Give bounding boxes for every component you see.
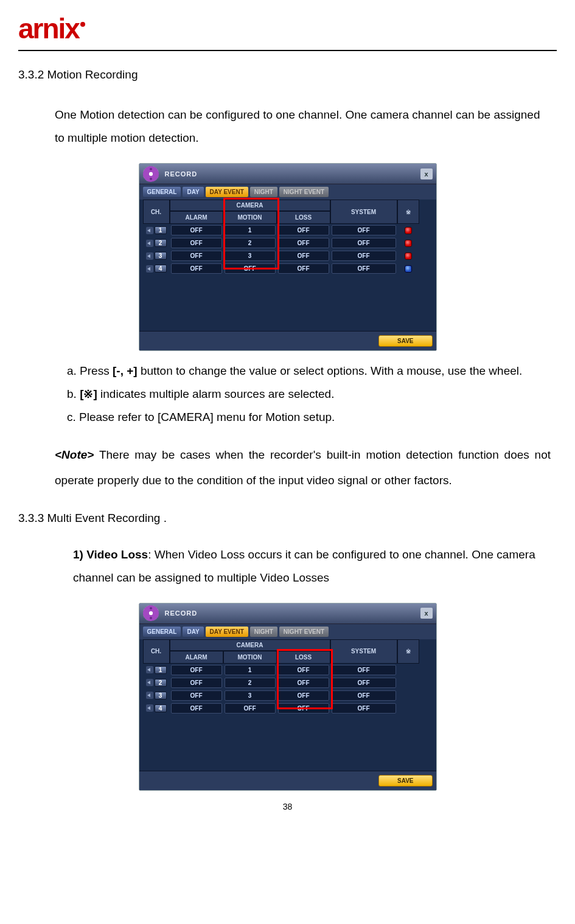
cell-motion[interactable]: 1 — [225, 665, 276, 675]
col-header-ch: CH. — [143, 639, 170, 664]
channel-number[interactable]: 2 — [155, 239, 167, 247]
cell-alarm[interactable]: OFF — [171, 251, 222, 261]
close-button[interactable]: x — [420, 608, 433, 619]
cell-motion[interactable]: OFF — [225, 703, 276, 714]
panel-title: RECORD — [165, 170, 198, 178]
cell-alarm[interactable]: OFF — [171, 678, 222, 688]
cell-system[interactable]: OFF — [332, 238, 396, 248]
cell-alarm[interactable]: OFF — [171, 238, 222, 248]
col-header-motion: MOTION — [223, 211, 277, 224]
logo-dot-icon — [80, 22, 85, 27]
cell-loss[interactable]: OFF — [278, 238, 329, 248]
cell-system[interactable]: OFF — [332, 690, 396, 701]
record-panel-motion: RECORD x GENERAL DAY DAY EVENT NIGHT NIG… — [139, 163, 437, 351]
header-rule — [18, 50, 557, 51]
cell-motion[interactable]: 2 — [225, 678, 276, 688]
col-header-loss: LOSS — [277, 651, 330, 664]
cell-loss[interactable]: OFF — [278, 665, 329, 675]
cell-loss[interactable]: OFF — [278, 251, 329, 261]
cell-system[interactable]: OFF — [332, 263, 396, 274]
intro-332: One Motion detection can be configured t… — [55, 103, 551, 150]
reel-icon — [143, 605, 159, 621]
reel-icon — [143, 166, 159, 182]
tab-night-event[interactable]: NIGHT EVENT — [279, 627, 329, 637]
sub-333-video-loss: 1) Video Loss: When Video Loss occurs it… — [73, 543, 551, 589]
channel-number[interactable]: 4 — [155, 265, 167, 273]
sound-icon[interactable] — [146, 252, 153, 260]
cell-motion[interactable]: 3 — [225, 251, 276, 261]
tab-day[interactable]: DAY — [183, 187, 203, 197]
cell-motion[interactable]: OFF — [225, 263, 276, 274]
status-dot-icon — [405, 227, 412, 234]
cell-system[interactable]: OFF — [332, 678, 396, 688]
cell-alarm[interactable]: OFF — [171, 263, 222, 274]
note-332: <Note> There may be cases when the recor… — [55, 442, 551, 493]
list-item-b: b. [※] indicates multiple alarm sources … — [67, 383, 551, 406]
list-item-c: c. Please refer to [CAMERA] menu for Mot… — [67, 406, 551, 429]
tab-general[interactable]: GENERAL — [143, 187, 181, 197]
tab-general[interactable]: GENERAL — [143, 627, 181, 637]
close-button[interactable]: x — [420, 168, 433, 179]
tab-night-event[interactable]: NIGHT EVENT — [279, 187, 329, 197]
status-dot-icon — [405, 265, 412, 273]
cell-loss[interactable]: OFF — [278, 678, 329, 688]
sound-icon[interactable] — [146, 227, 153, 234]
channel-number[interactable]: 3 — [155, 252, 167, 260]
cell-system[interactable]: OFF — [332, 251, 396, 261]
sound-icon[interactable] — [146, 240, 153, 247]
cell-motion[interactable]: 3 — [225, 690, 276, 701]
cell-system[interactable]: OFF — [332, 225, 396, 235]
cell-alarm[interactable]: OFF — [171, 690, 222, 701]
channel-number[interactable]: 1 — [155, 666, 167, 674]
col-header-mark: ※ — [397, 200, 419, 224]
col-header-mark: ※ — [397, 639, 419, 664]
cell-motion[interactable]: 2 — [225, 238, 276, 248]
logo: arnix — [18, 12, 79, 45]
panel-title: RECORD — [165, 610, 198, 617]
tab-night[interactable]: NIGHT — [250, 187, 277, 197]
status-dot-icon — [405, 240, 412, 247]
channel-number[interactable]: 1 — [155, 226, 167, 234]
section-332-heading: 3.3.2 Motion Recording — [18, 68, 557, 82]
tab-day-event[interactable]: DAY EVENT — [206, 187, 248, 197]
cell-loss[interactable]: OFF — [278, 263, 329, 274]
col-header-alarm: ALARM — [170, 651, 223, 664]
col-header-loss: LOSS — [277, 211, 330, 224]
sound-icon[interactable] — [146, 704, 153, 712]
cell-system[interactable]: OFF — [332, 703, 396, 714]
channel-number[interactable]: 2 — [155, 679, 167, 687]
cell-loss[interactable]: OFF — [278, 225, 329, 235]
tab-day-event[interactable]: DAY EVENT — [206, 627, 248, 637]
cell-system[interactable]: OFF — [332, 665, 396, 675]
list-item-a: a. Press [-, +] button to change the val… — [67, 360, 551, 383]
sound-icon[interactable] — [146, 679, 153, 686]
cell-motion[interactable]: 1 — [225, 225, 276, 235]
page-number: 38 — [18, 802, 557, 811]
tab-day[interactable]: DAY — [183, 627, 203, 637]
tab-night[interactable]: NIGHT — [250, 627, 277, 637]
cell-loss[interactable]: OFF — [278, 690, 329, 701]
sound-icon[interactable] — [146, 265, 153, 273]
col-header-camera: CAMERA — [170, 639, 330, 651]
col-header-system: SYSTEM — [330, 639, 397, 664]
sound-icon[interactable] — [146, 666, 153, 673]
cell-alarm[interactable]: OFF — [171, 703, 222, 714]
cell-alarm[interactable]: OFF — [171, 225, 222, 235]
status-dot-icon — [405, 252, 412, 260]
channel-number[interactable]: 3 — [155, 692, 167, 700]
col-header-camera: CAMERA — [170, 200, 330, 211]
sound-icon[interactable] — [146, 692, 153, 699]
record-panel-loss: RECORD x GENERAL DAY DAY EVENT NIGHT NIG… — [139, 603, 437, 791]
channel-number[interactable]: 4 — [155, 704, 167, 712]
col-header-alarm: ALARM — [170, 211, 223, 224]
cell-alarm[interactable]: OFF — [171, 665, 222, 675]
cell-loss[interactable]: OFF — [278, 703, 329, 714]
save-button[interactable]: SAVE — [378, 335, 433, 347]
save-button[interactable]: SAVE — [378, 775, 433, 787]
col-header-ch: CH. — [143, 200, 170, 224]
col-header-system: SYSTEM — [330, 200, 397, 224]
section-333-heading: 3.3.3 Multi Event Recording . — [18, 512, 557, 525]
col-header-motion: MOTION — [223, 651, 277, 664]
